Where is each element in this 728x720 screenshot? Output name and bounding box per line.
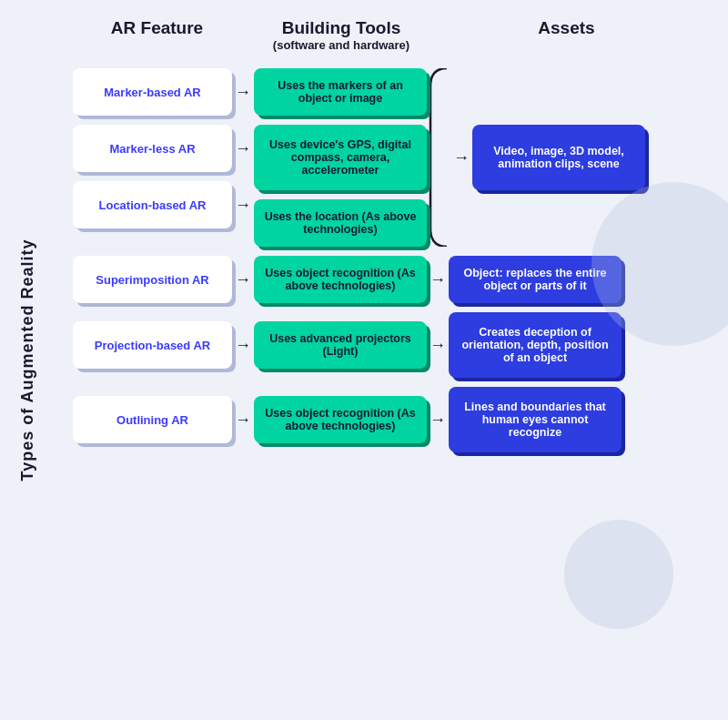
arrow2-outlining: →	[427, 411, 449, 430]
arrow-marker-based: →	[232, 83, 254, 102]
asset-outlining: Lines and boundaries that human eyes can…	[449, 387, 622, 452]
row-marker-less: Marker-less AR →	[73, 125, 254, 172]
asset-marker-less: Video, image, 3D model, animation clips,…	[472, 125, 645, 190]
ar-feature-marker-based: Marker-based AR	[73, 68, 232, 116]
row-outlining: Outlining AR → Uses object recognition (…	[73, 387, 701, 452]
side-label-text: Types of Augmented Reality	[18, 238, 37, 481]
arrow-group1: →	[450, 148, 472, 167]
ar-feature-location-based: Location-based AR	[73, 181, 232, 228]
left-features-col: Marker-based AR → Marker-less AR → Locat…	[73, 68, 254, 228]
arrow2-projection: →	[427, 336, 449, 355]
row-marker-based: Marker-based AR →	[73, 68, 254, 116]
tool-marker-based: Uses the markers of an object or image	[254, 68, 427, 116]
arrow2-superimposition: →	[427, 270, 449, 289]
arrow-location-based: →	[232, 196, 254, 215]
bg-decoration-2	[564, 520, 673, 629]
brace-svg-1	[429, 68, 449, 247]
header-row: AR Feature Building Tools (software and …	[64, 18, 701, 52]
tools-col-group1: Uses the markers of an object or image U…	[254, 68, 427, 247]
ar-feature-marker-less: Marker-less AR	[73, 125, 232, 172]
ar-feature-projection: Projection-based AR	[73, 321, 232, 369]
ar-feature-superimposition: Superimposition AR	[73, 256, 232, 303]
tool-outlining: Uses object recognition (As above techno…	[254, 396, 427, 443]
tool-marker-less: Uses device's GPS, digital compass, came…	[254, 125, 427, 190]
arrow-superimposition: →	[232, 270, 254, 289]
arrow-outlining: →	[232, 411, 254, 430]
tool-projection: Uses advanced projectors (Light)	[254, 321, 427, 369]
arrow-marker-less: →	[232, 139, 254, 158]
arrow-projection: →	[232, 336, 254, 355]
col-header-ar-feature: AR Feature	[73, 18, 241, 38]
ar-feature-outlining: Outlining AR	[73, 396, 232, 443]
col-header-building-tools: Building Tools (software and hardware)	[250, 18, 432, 52]
row-location-based: Location-based AR →	[73, 181, 254, 228]
asset-projection: Creates deception of orientation, depth,…	[449, 312, 622, 378]
side-label: Types of Augmented Reality	[0, 0, 55, 720]
tool-location-based: Uses the location (As above technologies…	[254, 199, 427, 247]
main-container: Types of Augmented Reality AR Feature Bu…	[0, 0, 728, 720]
col-header-assets: Assets	[478, 18, 655, 38]
tool-superimposition: Uses object recognition (As above techno…	[254, 256, 427, 303]
row-projection: Projection-based AR → Uses advanced proj…	[73, 312, 701, 378]
